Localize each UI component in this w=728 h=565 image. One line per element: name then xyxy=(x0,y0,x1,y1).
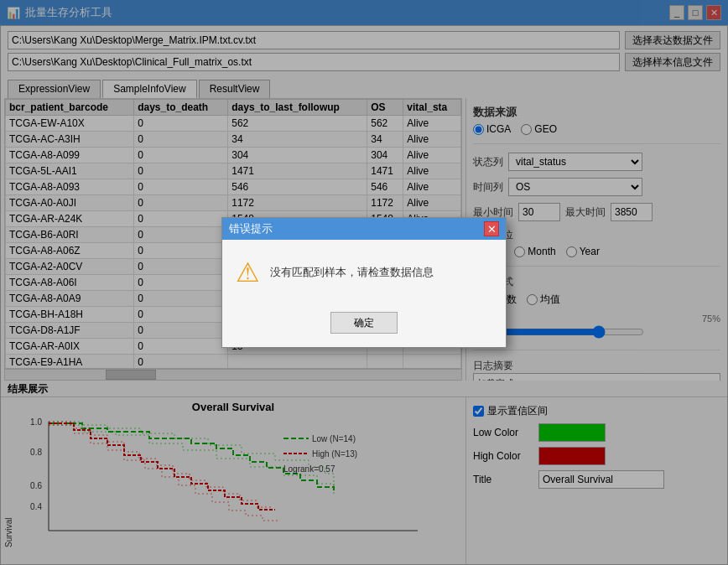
modal-overlay: 错误提示 ✕ ⚠ 没有匹配到样本，请检查数据信息 确定 xyxy=(0,0,728,565)
modal-message: 没有匹配到样本，请检查数据信息 xyxy=(270,265,434,280)
modal-body: ⚠ 没有匹配到样本，请检查数据信息 xyxy=(222,240,506,305)
modal-close-button[interactable]: ✕ xyxy=(484,221,499,236)
modal-dialog: 错误提示 ✕ ⚠ 没有匹配到样本，请检查数据信息 确定 xyxy=(221,217,507,348)
modal-title-bar: 错误提示 ✕ xyxy=(222,218,506,240)
warning-icon: ⚠ xyxy=(236,257,260,288)
modal-ok-button[interactable]: 确定 xyxy=(330,312,398,334)
modal-title: 错误提示 xyxy=(229,221,273,236)
modal-footer: 确定 xyxy=(222,305,506,347)
